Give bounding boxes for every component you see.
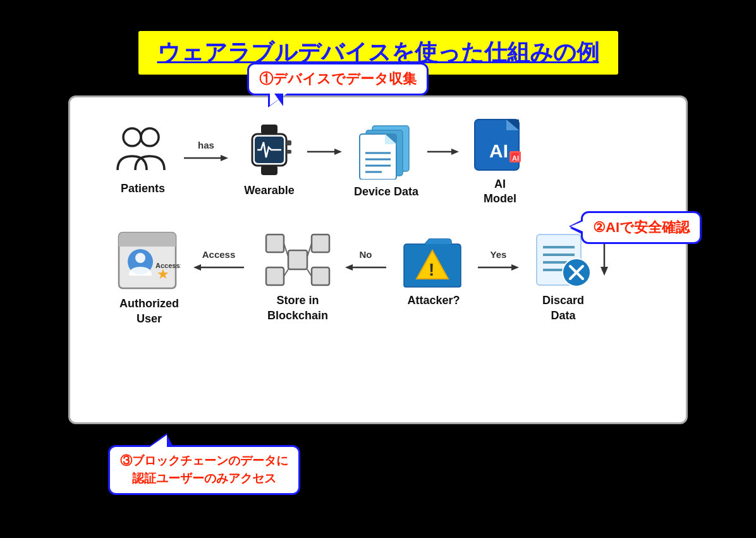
device-data-label: Device Data [354,185,418,199]
callout-1-text: ①デバイスでデータ収集 [259,71,417,87]
blockchain-node: Store inBlockchain [253,231,342,323]
device-data-node: Device Data [348,123,424,199]
discard-data-label: DiscardData [542,293,584,323]
svg-rect-13 [261,166,277,175]
svg-rect-40 [119,241,176,247]
no-label: No [360,249,372,260]
svg-marker-57 [345,264,353,271]
yes-arrow: Yes [478,231,522,298]
ai-model-label: AIModel [484,177,516,207]
wearable-label: Wearable [244,183,295,198]
bottom-row: ★ Access: AuthorizedUser Access [95,231,661,326]
arrow-to-ai-svg [427,146,459,157]
svg-text:!: ! [429,260,434,279]
svg-marker-61 [511,264,519,271]
ai-model-node: AI AI AIModel [465,116,535,207]
svg-rect-10 [261,125,277,134]
arrow-to-ai [427,146,462,176]
svg-point-42 [135,253,145,263]
ai-model-icon: AI AI [472,116,528,172]
svg-rect-14 [286,140,291,145]
svg-point-7 [141,128,159,146]
svg-marker-46 [193,264,201,271]
attacker-icon: ! [401,231,467,288]
blockchain-icon [263,231,332,288]
patients-node: Patients [108,126,178,196]
no-arrow-svg [345,262,386,273]
has-arrow-svg [184,152,228,164]
svg-marker-9 [221,155,228,161]
yes-arrow-svg [478,262,519,273]
access-label: Access [202,249,236,260]
svg-text:AI: AI [489,140,508,161]
callout-3: ③ブロックチェーンのデータに認証ユーザーのみアクセス [108,445,300,495]
callout-2: ②AIで安全確認 [581,211,702,244]
device-data-icon [357,123,417,180]
has-arrow: has [181,140,231,183]
access-arrow-svg [193,262,244,273]
arrow-to-data [307,146,345,176]
authorized-user-node: ★ Access: AuthorizedUser [108,231,190,326]
has-label: has [198,140,214,150]
svg-text:AI: AI [512,154,519,162]
wearable-node: Wearable [235,125,304,198]
attacker-node: ! Attacker? [393,231,475,308]
patients-label: Patients [121,181,165,196]
slide: ウェアラブルデバイスを使った仕組みの例 ①デバイスでデータ収集 ②AIで安全確認… [30,16,726,522]
access-arrow: Access [193,231,250,298]
callout-1: ①デバイスでデータ収集 [247,63,429,95]
blockchain-label: Store inBlockchain [267,293,328,323]
svg-marker-17 [334,149,342,155]
svg-rect-48 [266,235,284,252]
top-row: Patients has [95,116,661,207]
slide-title: ウェアラブルデバイスを使った仕組みの例 [157,39,599,65]
wearable-icon [247,125,291,178]
authorized-user-icon: ★ Access: [118,231,181,291]
authorized-user-label: AuthorizedUser [119,297,179,326]
svg-marker-28 [451,149,459,155]
svg-point-6 [123,128,141,146]
patients-icon [114,126,171,176]
svg-rect-49 [312,235,329,252]
no-arrow: No [345,231,389,298]
callout-2-text: ②AIで安全確認 [593,219,690,235]
svg-rect-47 [288,250,307,269]
svg-rect-15 [286,150,291,154]
svg-text:Access:: Access: [155,262,181,269]
svg-rect-50 [266,267,284,285]
svg-marker-37 [601,267,608,276]
main-area: ①デバイスでデータ収集 ②AIで安全確認 ③ブロックチェーンのデータに認証ユーザ… [68,95,688,424]
svg-rect-51 [312,267,329,285]
discard-data-node: DiscardData [525,231,601,323]
callout-3-text: ③ブロックチェーンのデータに認証ユーザーのみアクセス [120,454,288,486]
attacker-label: Attacker? [407,293,460,308]
arrow-to-data-svg [307,146,342,157]
yes-label: Yes [491,249,507,260]
